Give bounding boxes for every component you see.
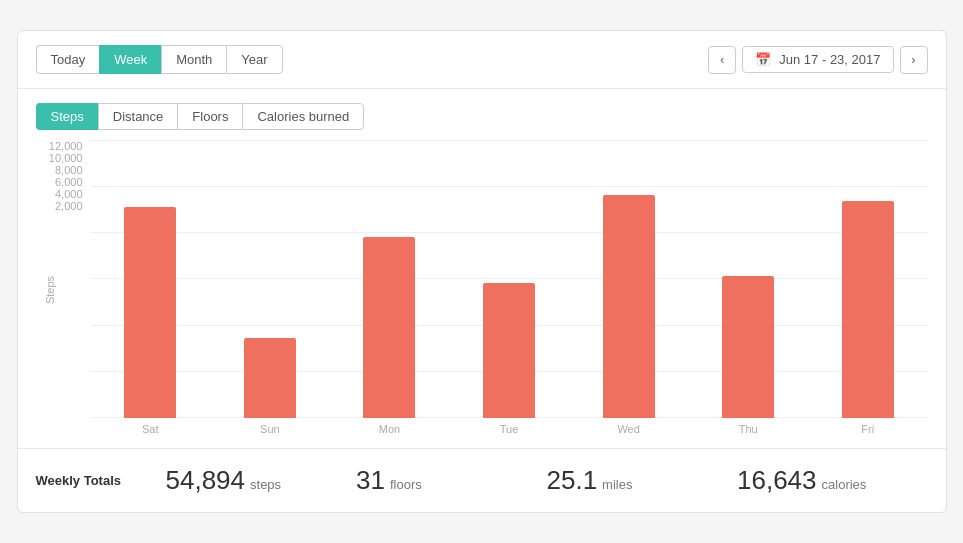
y-axis-title: Steps (44, 276, 56, 304)
tab-distance[interactable]: Distance (98, 103, 178, 130)
miles-value: 25.1 (547, 465, 598, 496)
bar-group (210, 140, 330, 418)
calories-unit: calories (822, 477, 867, 492)
bar-group (688, 140, 808, 418)
y-axis-label: 6,000 (55, 176, 83, 188)
calories-value: 16,643 (737, 465, 817, 496)
bar-group (569, 140, 689, 418)
bar (603, 195, 655, 418)
date-navigation: ‹ 📅 Jun 17 - 23, 2017 › (708, 46, 927, 74)
total-calories: 16,643 calories (737, 465, 928, 496)
bar-group (91, 140, 211, 418)
y-axis-label: 2,000 (55, 200, 83, 212)
period-today[interactable]: Today (36, 45, 100, 74)
bar (244, 338, 296, 418)
bar-group (330, 140, 450, 418)
top-bar: Today Week Month Year ‹ 📅 Jun 17 - 23, 2… (18, 31, 946, 89)
tab-floors[interactable]: Floors (177, 103, 242, 130)
bar-group (449, 140, 569, 418)
bar (842, 201, 894, 418)
totals-label: Weekly Totals (36, 473, 166, 488)
bars-row (91, 140, 928, 440)
bar (124, 207, 176, 418)
bar-group (808, 140, 928, 418)
chart-container: 12,00010,0008,0006,0004,0002,000 Steps S… (36, 140, 928, 440)
floors-value: 31 (356, 465, 385, 496)
y-axis-label: 10,000 (49, 152, 83, 164)
period-week[interactable]: Week (99, 45, 161, 74)
total-miles: 25.1 miles (547, 465, 738, 496)
bar (363, 237, 415, 418)
total-floors: 31 floors (356, 465, 547, 496)
y-axis-label: 8,000 (55, 164, 83, 176)
chart-area: 12,00010,0008,0006,0004,0002,000 Steps S… (18, 130, 946, 440)
main-card: Today Week Month Year ‹ 📅 Jun 17 - 23, 2… (17, 30, 947, 513)
bar (483, 283, 535, 418)
bars-area: SatSunMonTueWedThuFri (91, 140, 928, 440)
period-buttons: Today Week Month Year (36, 45, 283, 74)
date-range-box: 📅 Jun 17 - 23, 2017 (742, 46, 893, 73)
metric-tabs: Steps Distance Floors Calories burned (18, 89, 946, 130)
date-range-text: Jun 17 - 23, 2017 (779, 52, 880, 67)
y-axis-label: 4,000 (55, 188, 83, 200)
bar (722, 276, 774, 418)
floors-unit: floors (390, 477, 422, 492)
period-year[interactable]: Year (226, 45, 282, 74)
calendar-icon: 📅 (755, 52, 771, 67)
total-steps: 54,894 steps (166, 465, 357, 496)
period-month[interactable]: Month (161, 45, 226, 74)
weekly-totals: Weekly Totals 54,894 steps 31 floors 25.… (18, 448, 946, 512)
y-axis-label: 12,000 (49, 140, 83, 152)
tab-steps[interactable]: Steps (36, 103, 98, 130)
steps-value: 54,894 (166, 465, 246, 496)
miles-unit: miles (602, 477, 632, 492)
next-button[interactable]: › (900, 46, 928, 74)
tab-calories[interactable]: Calories burned (242, 103, 364, 130)
steps-unit: steps (250, 477, 281, 492)
prev-button[interactable]: ‹ (708, 46, 736, 74)
y-axis: 12,00010,0008,0006,0004,0002,000 (36, 140, 91, 234)
